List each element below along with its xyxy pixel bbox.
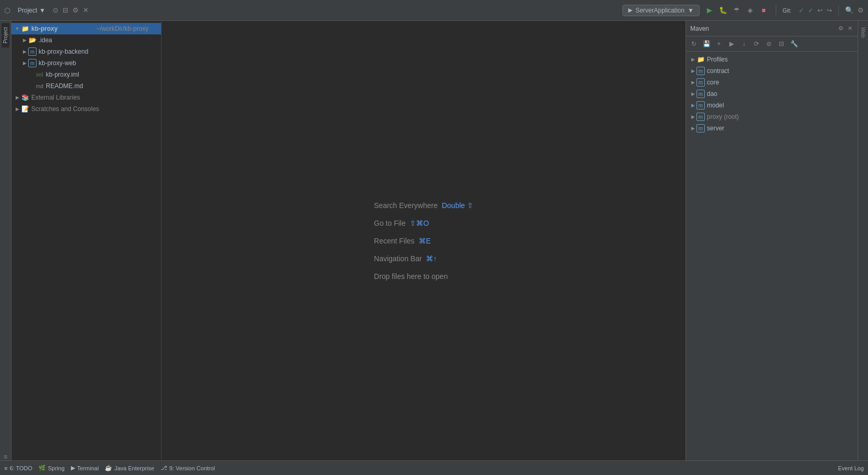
server-app-label: ServerApplication <box>635 7 684 14</box>
tree-item-ext-libs[interactable]: 📚 External Libraries <box>11 92 161 103</box>
coverage-button[interactable]: ☂ <box>731 5 742 16</box>
maven-toggle-btn[interactable]: ⊟ <box>776 38 787 50</box>
server-app-dropdown-arrow: ▼ <box>688 7 694 14</box>
dao-arrow <box>689 91 696 96</box>
root-path: ~/workDir/kb-proxy <box>96 25 160 32</box>
server-module-icon: m <box>696 124 705 132</box>
contract-arrow <box>689 68 696 74</box>
bottom-item-terminal[interactable]: ▶ Terminal <box>71 465 99 471</box>
search-everywhere-button[interactable]: 🔍 <box>845 6 853 14</box>
bottom-item-todo[interactable]: ≡ 6: TODO <box>4 465 32 471</box>
maven-toolbar: ↻ 💾 + ▶ ↓ ⟳ ⊘ ⊟ 🔧 <box>686 36 858 52</box>
collapse-all-icon[interactable]: ⊟ <box>63 6 68 14</box>
search-everywhere-label: Search Everywhere <box>374 201 437 210</box>
main-area: Project ≡ 📁 kb-proxy ~/workDir/kb-proxy … <box>0 21 868 460</box>
maven-skip-tests-btn[interactable]: ⊘ <box>763 38 775 50</box>
toolbar-separator-2 <box>838 5 839 16</box>
drop-files-label: Drop files here to open <box>374 272 448 281</box>
maven-item-dao[interactable]: m dao <box>686 88 858 100</box>
tree-item-readme[interactable]: md README.md <box>11 80 161 92</box>
run-button[interactable]: ▶ <box>704 5 715 16</box>
tree-item-root[interactable]: 📁 kb-proxy ~/workDir/kb-proxy <box>11 23 161 34</box>
vcs-label: 9: Version Control <box>169 465 215 471</box>
settings-main-button[interactable]: ⚙ <box>858 6 864 14</box>
toolbar-separator <box>776 5 776 16</box>
recent-files-key: ⌘E <box>419 237 431 245</box>
maven-settings-icon[interactable]: ⚙ <box>837 24 845 33</box>
maven-lifecycle-btn[interactable]: ⟳ <box>751 38 762 50</box>
maven-download-btn[interactable]: ↓ <box>738 38 750 50</box>
maven-add-btn[interactable]: + <box>713 38 725 50</box>
server-arrow <box>689 126 696 131</box>
root-module-icon: 📁 <box>21 25 29 33</box>
project-sidebar: 📁 kb-proxy ~/workDir/kb-proxy 📂 .idea m … <box>11 21 162 460</box>
maven-close-icon[interactable]: ✕ <box>847 24 853 33</box>
todo-label: 6: TODO <box>9 465 32 471</box>
maven-item-contract[interactable]: m contract <box>686 65 858 77</box>
maven-wrench-btn[interactable]: 🔧 <box>788 38 800 50</box>
maven-run-btn[interactable]: ▶ <box>726 38 737 50</box>
root-label: kb-proxy <box>31 25 94 32</box>
far-left-structure-tab[interactable]: ≡ <box>3 451 8 460</box>
server-app-icon: ▶ <box>628 7 632 14</box>
tree-item-backend[interactable]: m kb-proxy-backend <box>11 46 161 57</box>
maven-title: Maven <box>690 25 837 32</box>
maven-item-proxy[interactable]: m proxy (root) <box>686 111 858 123</box>
tree-item-iml[interactable]: iml kb-proxy.iml <box>11 69 161 80</box>
backend-arrow <box>21 49 28 54</box>
far-left-tab-project[interactable]: Project <box>2 23 9 47</box>
debug-button[interactable]: 🐛 <box>717 5 729 16</box>
maven-reload-btn[interactable]: ↻ <box>688 38 700 50</box>
go-to-file-key: ⇧⌘O <box>410 219 429 227</box>
extlib-icon: 📚 <box>21 93 29 102</box>
tree-item-web[interactable]: m kb-proxy-web <box>11 57 161 69</box>
scratches-label: Scratches and Consoles <box>31 105 159 113</box>
bottom-item-spring[interactable]: 🌿 Spring <box>39 465 65 471</box>
project-dropdown-arrow: ▼ <box>39 7 45 14</box>
shortcut-drop-files: Drop files here to open <box>374 272 448 281</box>
idea-arrow <box>21 38 28 43</box>
maven-panel: Maven ⚙ ✕ ↻ 💾 + ▶ ↓ ⟳ ⊘ ⊟ 🔧 📁 Profiles <box>686 21 858 460</box>
server-app-button[interactable]: ▶ ServerApplication ▼ <box>622 5 700 16</box>
maven-header: Maven ⚙ ✕ <box>686 21 858 36</box>
maven-item-model[interactable]: m model <box>686 100 858 111</box>
proxy-module-icon: m <box>696 113 705 121</box>
locate-file-icon[interactable]: ⊙ <box>53 6 58 14</box>
maven-item-server[interactable]: m server <box>686 123 858 134</box>
right-tab-web[interactable]: Web <box>859 24 867 41</box>
spring-label: Spring <box>48 465 65 471</box>
redo-button[interactable]: ↪ <box>827 7 832 14</box>
profile-button[interactable]: ◈ <box>744 5 756 16</box>
idea-label: .idea <box>39 36 159 44</box>
stop-button[interactable]: ■ <box>758 5 769 16</box>
shortcut-go-to-file: Go to File ⇧⌘O <box>374 219 429 227</box>
maven-item-core[interactable]: m core <box>686 77 858 88</box>
spring-icon: 🌿 <box>39 465 46 471</box>
core-label: core <box>707 79 719 86</box>
go-to-file-label: Go to File <box>374 219 406 227</box>
search-everywhere-key: Double ⇧ <box>442 201 473 210</box>
bottom-item-event-log[interactable]: Event Log <box>838 465 864 471</box>
terminal-label: Terminal <box>77 465 99 471</box>
maven-header-icons: ⚙ ✕ <box>837 24 853 33</box>
web-module-icon: m <box>28 59 36 67</box>
project-dropdown-label: Project <box>18 7 37 14</box>
undo-button[interactable]: ↩ <box>817 7 823 14</box>
model-module-icon: m <box>696 101 705 109</box>
readme-label: README.md <box>46 82 159 90</box>
shortcut-nav-bar: Navigation Bar ⌘↑ <box>374 254 437 263</box>
tree-item-idea[interactable]: 📂 .idea <box>11 34 161 46</box>
dao-label: dao <box>707 90 717 98</box>
settings-icon[interactable]: ⚙ <box>72 6 79 14</box>
bottom-item-vcs[interactable]: ⎇ 9: Version Control <box>161 465 215 471</box>
maven-save-btn[interactable]: 💾 <box>701 38 712 50</box>
close-sidebar-icon[interactable]: ✕ <box>83 6 89 14</box>
profiles-label: Profiles <box>707 56 728 63</box>
bottom-item-enterprise[interactable]: ☕ Java Enterprise <box>105 465 154 471</box>
dao-module-icon: m <box>696 90 705 98</box>
core-arrow <box>689 80 696 85</box>
maven-item-profiles[interactable]: 📁 Profiles <box>686 54 858 65</box>
tree-item-scratches[interactable]: 📝 Scratches and Consoles <box>11 103 161 115</box>
core-module-icon: m <box>696 78 705 87</box>
project-dropdown[interactable]: Project ▼ <box>15 5 48 16</box>
